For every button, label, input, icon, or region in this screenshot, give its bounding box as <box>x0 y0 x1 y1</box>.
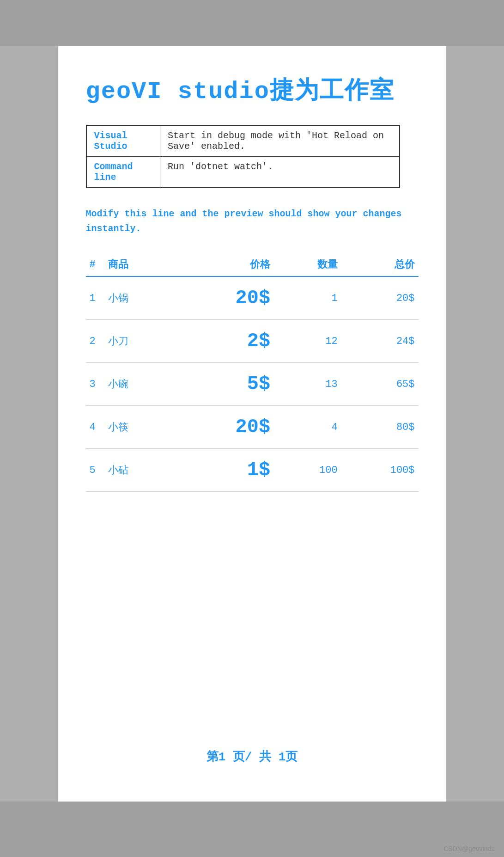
cell-id: 4 <box>86 406 104 449</box>
cell-name: 小筷 <box>104 406 171 449</box>
cell-id: 5 <box>86 449 104 492</box>
info-label: Visual Studio <box>86 125 160 157</box>
cell-price: 20$ <box>171 276 274 320</box>
cell-id: 3 <box>86 363 104 406</box>
cell-name: 小砧 <box>104 449 171 492</box>
col-header-quantity: 数量 <box>274 253 341 276</box>
table-row: 3小碗5$1365$ <box>86 363 419 406</box>
product-table: # 商品 价格 数量 总价 1小锅20$120$2小刀2$1224$3小碗5$1… <box>86 253 419 492</box>
cell-quantity: 12 <box>274 320 341 363</box>
page-title: geoVI studio捷为工作室 <box>86 74 419 106</box>
spacer <box>86 510 419 730</box>
table-row: 5小砧1$100100$ <box>86 449 419 492</box>
col-header-name: 商品 <box>104 253 171 276</box>
cell-price: 5$ <box>171 363 274 406</box>
top-bar <box>0 0 504 46</box>
cell-total: 100$ <box>341 449 419 492</box>
cell-total: 80$ <box>341 406 419 449</box>
cell-quantity: 1 <box>274 276 341 320</box>
info-value: Start in debug mode with 'Hot Reload on … <box>160 125 400 157</box>
cell-total: 20$ <box>341 276 419 320</box>
table-row: 4小筷20$480$ <box>86 406 419 449</box>
info-text: Modify this line and the preview should … <box>86 207 419 236</box>
info-table-row: Command lineRun 'dotnet watch'. <box>86 157 400 188</box>
bottom-bar: CSDN@geovindu <box>0 802 504 857</box>
col-header-price: 价格 <box>171 253 274 276</box>
table-row: 1小锅20$120$ <box>86 276 419 320</box>
cell-quantity: 4 <box>274 406 341 449</box>
cell-quantity: 13 <box>274 363 341 406</box>
cell-name: 小碗 <box>104 363 171 406</box>
page-container: geoVI studio捷为工作室 Visual StudioStart in … <box>58 46 446 802</box>
cell-price: 1$ <box>171 449 274 492</box>
cell-name: 小刀 <box>104 320 171 363</box>
cell-price: 2$ <box>171 320 274 363</box>
cell-total: 24$ <box>341 320 419 363</box>
watermark: CSDN@geovindu <box>443 845 495 852</box>
cell-id: 2 <box>86 320 104 363</box>
info-value: Run 'dotnet watch'. <box>160 157 400 188</box>
info-label: Command line <box>86 157 160 188</box>
col-header-id: # <box>86 253 104 276</box>
product-table-body: 1小锅20$120$2小刀2$1224$3小碗5$1365$4小筷20$480$… <box>86 276 419 492</box>
table-row: 2小刀2$1224$ <box>86 320 419 363</box>
cell-price: 20$ <box>171 406 274 449</box>
pagination: 第1 页/ 共 1页 <box>86 748 419 765</box>
info-table-row: Visual StudioStart in debug mode with 'H… <box>86 125 400 157</box>
cell-id: 1 <box>86 276 104 320</box>
cell-total: 65$ <box>341 363 419 406</box>
info-table: Visual StudioStart in debug mode with 'H… <box>86 125 400 188</box>
cell-quantity: 100 <box>274 449 341 492</box>
cell-name: 小锅 <box>104 276 171 320</box>
product-table-header: # 商品 价格 数量 总价 <box>86 253 419 276</box>
col-header-total: 总价 <box>341 253 419 276</box>
